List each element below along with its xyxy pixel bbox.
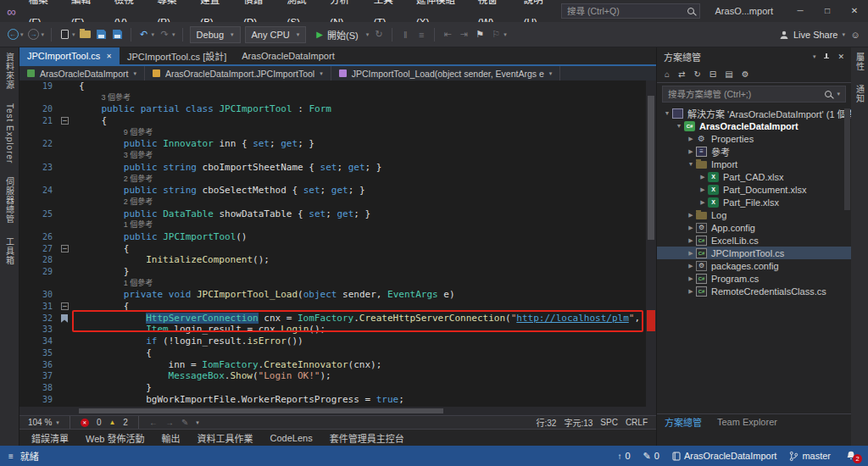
tree-item[interactable]: ▶ExcelLib.cs: [657, 234, 851, 247]
panel-close-icon[interactable]: ✕: [837, 53, 844, 61]
quick-search-input[interactable]: [567, 6, 682, 16]
breadcrumb-segment[interactable]: ArasOracleDataImport.JPCImportTool▾: [145, 66, 331, 80]
solution-search-input[interactable]: [668, 89, 820, 99]
codelens-row[interactable]: 9 個參考: [19, 127, 646, 139]
tool-strip-tab[interactable]: 工具箱: [3, 237, 16, 265]
errors-icon[interactable]: [81, 419, 89, 427]
pencil-icon[interactable]: ✎: [181, 418, 188, 427]
indentation-indicator[interactable]: SPC: [600, 418, 618, 427]
codelens-row[interactable]: 1 個參考: [19, 219, 646, 231]
tree-item[interactable]: ▶Properties: [657, 132, 851, 145]
code-line[interactable]: 27–{: [19, 243, 646, 255]
code-line[interactable]: 21–{: [19, 115, 646, 127]
scrollbar-thumb[interactable]: [648, 96, 654, 240]
navigate-back-dropdown-icon[interactable]: ▾: [20, 31, 24, 38]
solution-configurations-dropdown[interactable]: Debug▾: [190, 26, 241, 43]
code-line[interactable]: 31–{: [19, 301, 646, 313]
tree-item[interactable]: ▼Import: [657, 158, 851, 170]
code-line[interactable]: 30private void JPCImportTool_Load(object…: [19, 289, 646, 301]
tree-item[interactable]: ▶Part_CAD.xlsx: [657, 170, 851, 183]
git-pending-changes[interactable]: ✎0: [643, 451, 659, 462]
refresh-icon[interactable]: ↻: [693, 69, 700, 79]
document-tab[interactable]: ArasOracleDataImport: [234, 47, 342, 64]
switch-views-icon[interactable]: ⇄: [678, 69, 685, 79]
solution-search-dropdown-icon[interactable]: ▾: [837, 91, 840, 97]
collapse-icon[interactable]: ▼: [686, 161, 696, 167]
close-tab-icon[interactable]: ✕: [106, 53, 112, 60]
tool-strip-tab[interactable]: 資料來源: [3, 53, 16, 90]
error-count[interactable]: 0: [97, 418, 102, 427]
code-line[interactable]: 26public JPCImportTool(): [19, 231, 646, 243]
tree-item[interactable]: ▶Log: [657, 208, 851, 221]
minimize-button[interactable]: ─: [787, 0, 814, 22]
navigate-back-icon[interactable]: ←: [7, 26, 19, 43]
collapse-icon[interactable]: ▼: [662, 110, 672, 116]
expand-icon[interactable]: ▶: [698, 199, 708, 206]
tree-item[interactable]: ▶參考: [657, 145, 851, 158]
code-line[interactable]: 22public Innovator inn { set; get; }: [19, 138, 646, 150]
tree-item[interactable]: ▶JPCImportTool.cs: [657, 247, 851, 259]
zoom-control[interactable]: 104 %▾: [28, 418, 59, 427]
panel-tab[interactable]: Team Explorer: [709, 417, 785, 427]
new-file-icon[interactable]: [58, 26, 70, 43]
code-line[interactable]: 36inn = IomFactory.CreateInnovator(cnx);: [19, 359, 646, 371]
close-button[interactable]: ✕: [841, 0, 868, 22]
code-line[interactable]: 39bgWorkImportFile.WorkerReportsProgress…: [19, 394, 646, 406]
tree-item[interactable]: ▼ArasOracleDataImport: [657, 119, 851, 132]
collapse-all-icon[interactable]: ⊟: [709, 69, 716, 79]
code-line[interactable]: 35{: [19, 347, 646, 359]
code-line[interactable]: 20public partial class JPCImportTool : F…: [19, 103, 646, 115]
live-share-button[interactable]: Live Share ▾: [779, 30, 845, 40]
code-line[interactable]: 23public string cboImportSheetName { set…: [19, 162, 646, 174]
editor-vertical-scrollbar[interactable]: [646, 80, 656, 407]
redo-dropdown-icon[interactable]: ▾: [172, 31, 175, 38]
search-icon[interactable]: [687, 8, 694, 14]
solution-platforms-dropdown[interactable]: Any CPU▾: [245, 26, 307, 43]
codelens-row[interactable]: 3 個參考: [19, 92, 646, 104]
navigate-forward-small-icon[interactable]: →: [165, 418, 174, 427]
show-all-files-icon[interactable]: ▤: [725, 69, 732, 79]
expand-icon[interactable]: ▶: [686, 237, 696, 244]
tree-item[interactable]: ▶RemoteCredentialsClass.cs: [657, 285, 851, 297]
navigate-backward-icon[interactable]: ←: [149, 418, 158, 427]
fold-marker[interactable]: –: [61, 245, 69, 252]
previous-bookmark-icon[interactable]: ⚐: [490, 26, 502, 43]
tree-item[interactable]: ▼解決方案 'ArasOracleDataImport' (1 個專案): [657, 107, 851, 119]
tree-item[interactable]: ▶Part_Document.xlsx: [657, 183, 851, 196]
tool-strip-tab[interactable]: 屬性: [854, 53, 866, 71]
code-line[interactable]: 24public string cboSelectMethod { set; g…: [19, 185, 646, 197]
panel-scrollbar[interactable]: [844, 108, 850, 210]
code-editor[interactable]: 19{3 個參考20public partial class JPCImport…: [19, 80, 656, 407]
bottom-panel-tab[interactable]: CodeLens: [261, 433, 320, 443]
code-line[interactable]: 38}: [19, 382, 646, 394]
tool-strip-tab[interactable]: Test Explorer: [5, 103, 14, 164]
git-outgoing-commits[interactable]: ↑0: [617, 451, 630, 461]
collapse-icon[interactable]: ▼: [674, 123, 684, 129]
codelens-row[interactable]: 2 個參考: [19, 174, 646, 186]
bottom-panel-tab[interactable]: Web 發佈活動: [77, 431, 153, 445]
codelens-row[interactable]: 2 個參考: [19, 197, 646, 208]
pencil-dropdown-icon[interactable]: ▾: [196, 419, 199, 426]
hot-reload-icon[interactable]: ↻: [373, 26, 385, 43]
warning-count[interactable]: 2: [123, 418, 128, 427]
git-repository-selector[interactable]: ArasOracleDataImport: [672, 451, 776, 461]
panel-pin-icon[interactable]: [823, 53, 830, 60]
expand-icon[interactable]: ▶: [686, 136, 696, 142]
undo-dropdown-icon[interactable]: ▾: [152, 31, 155, 38]
breadcrumb-segment[interactable]: ArasOracleDataImport▾: [19, 66, 145, 80]
new-file-dropdown-icon[interactable]: ▾: [72, 31, 75, 38]
codelens-row[interactable]: 3 個參考: [19, 150, 646, 162]
code-line[interactable]: 32HttpServerConnection cnx = IomFactory.…: [19, 313, 646, 325]
tree-item[interactable]: ▶Program.cs: [657, 272, 851, 285]
tool-strip-tab[interactable]: 通知: [854, 85, 866, 103]
code-line[interactable]: 29}: [19, 266, 646, 278]
quick-search-box[interactable]: [561, 3, 699, 19]
notifications-bell[interactable]: 2: [846, 451, 856, 461]
bottom-panel-tab[interactable]: 套件管理員主控台: [321, 431, 413, 445]
start-options-dropdown-icon[interactable]: ▾: [366, 31, 370, 38]
tool-strip-tab[interactable]: 伺服器總管: [3, 177, 16, 224]
indent-increase-icon[interactable]: ⇥: [458, 26, 470, 43]
expand-icon[interactable]: ▶: [698, 174, 708, 180]
toggle-bookmark-icon[interactable]: ⚑: [474, 26, 486, 43]
fold-marker[interactable]: –: [61, 117, 69, 125]
